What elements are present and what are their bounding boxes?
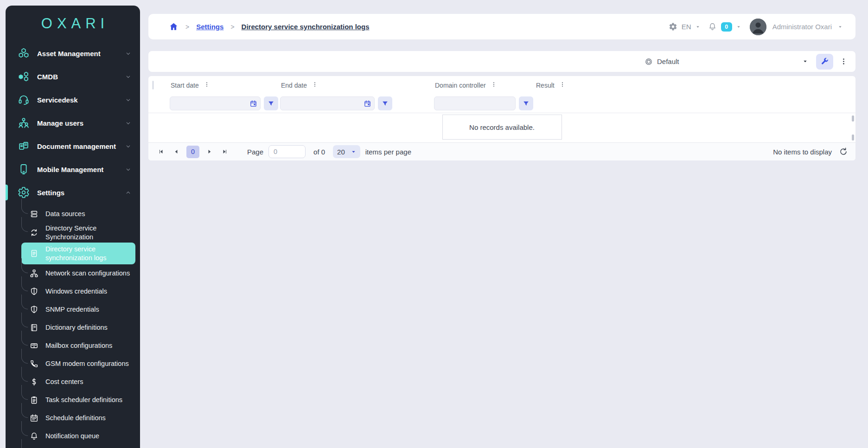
sidebar-item-asset-management[interactable]: Asset Management xyxy=(6,42,140,65)
sidebar-item-mailbox-configurations[interactable]: Mailbox configurations xyxy=(21,337,135,355)
previous-page-button[interactable] xyxy=(171,147,181,157)
filter-input-start-date[interactable] xyxy=(170,96,261,110)
first-page-button[interactable] xyxy=(156,147,166,157)
notification-count-badge[interactable]: 0 xyxy=(721,22,732,32)
sidebar-item-label: Settings xyxy=(37,189,126,197)
sidebar-item-snmp-credentials[interactable]: SNMP credentials xyxy=(21,301,135,319)
breadcrumb-separator: > xyxy=(230,23,234,31)
users-icon xyxy=(18,117,30,129)
filter-input-end-date[interactable] xyxy=(280,96,375,110)
sidebar-item-schedule-definitions[interactable]: Schedule definitions xyxy=(21,409,135,427)
chevron-down-icon[interactable] xyxy=(736,25,741,29)
sidebar-item-label: GSM modem configurations xyxy=(45,359,129,368)
scrollbar-thumb[interactable] xyxy=(852,115,854,122)
chevron-down-icon[interactable] xyxy=(838,25,842,29)
column-header-start-date: Start date xyxy=(168,82,278,89)
last-page-button[interactable] xyxy=(220,147,230,157)
chevron-down-icon xyxy=(126,74,131,79)
sidebar-item-label: Servicedesk xyxy=(37,96,126,104)
header-actions: EN 0 Administrator Oxari xyxy=(669,19,842,35)
grid-header-row: Start dateEnd dateDomain controllerResul… xyxy=(148,76,855,94)
dollar-icon xyxy=(30,378,38,386)
filter-cell-domain-controller xyxy=(432,96,533,110)
language-selector[interactable]: EN xyxy=(682,23,691,31)
data-grid: Start dateEnd dateDomain controllerResul… xyxy=(148,76,855,160)
date-picker-button[interactable] xyxy=(246,97,260,110)
wrench-icon xyxy=(820,57,829,66)
gear-icon xyxy=(18,186,30,198)
sidebar-item-document-management[interactable]: Document management xyxy=(6,134,140,158)
page-size-select[interactable]: 20 xyxy=(333,145,360,158)
sidebar-item-label: Data sources xyxy=(45,210,85,218)
chevron-down-icon xyxy=(803,59,808,64)
breadcrumb-link-settings[interactable]: Settings xyxy=(196,23,223,31)
column-header-label: Result xyxy=(536,82,555,89)
chevron-down-icon xyxy=(126,144,131,149)
user-name[interactable]: Administrator Oxari xyxy=(772,23,832,31)
filter-button-domain-controller[interactable] xyxy=(519,96,533,110)
sidebar-item-windows-credentials[interactable]: Windows credentials xyxy=(21,282,135,301)
sidebar-item-task-scheduler-definitions[interactable]: Task scheduler definitions xyxy=(21,391,135,409)
sidebar-item-directory-service-synchronization-logs[interactable]: Directory service synchronization logs xyxy=(21,243,135,265)
calendar-icon xyxy=(364,100,371,108)
breadcrumb-bar: >Settings>Directory service synchronizat… xyxy=(148,14,855,39)
sidebar-item-dictionary-definitions[interactable]: Dictionary definitions xyxy=(21,319,135,337)
book-icon xyxy=(30,323,38,332)
column-menu-icon[interactable] xyxy=(204,82,210,89)
shield-icon xyxy=(30,287,38,296)
bell-icon[interactable] xyxy=(708,22,717,31)
kebab-menu-icon[interactable] xyxy=(838,55,849,69)
column-menu-icon[interactable] xyxy=(312,82,318,89)
grid-settings-button[interactable] xyxy=(816,54,833,70)
sidebar-item-servicedesk[interactable]: Servicedesk xyxy=(6,88,140,111)
view-selector[interactable]: Default xyxy=(641,54,811,70)
settings-gear-icon[interactable] xyxy=(669,22,677,31)
sidebar-item-mobile-management[interactable]: Mobile Management xyxy=(6,158,140,181)
chevron-down-icon xyxy=(351,149,356,154)
avatar[interactable] xyxy=(750,19,766,35)
headset-icon xyxy=(18,94,30,106)
documents-icon xyxy=(18,140,30,152)
sidebar-item-cost-centers[interactable]: Cost centers xyxy=(21,373,135,391)
filter-input-domain-controller[interactable] xyxy=(434,96,516,110)
sidebar-item-directory-service-synchronization[interactable]: Directory Service Synchronization xyxy=(21,223,135,243)
sidebar-item-data-sources[interactable]: Data sources xyxy=(21,205,135,223)
sidebar-item-label: Task scheduler definitions xyxy=(45,396,122,404)
column-menu-icon[interactable] xyxy=(491,82,497,89)
column-header-label: Start date xyxy=(171,82,199,89)
sidebar-submenu-settings: Data sourcesDirectory Service Synchroniz… xyxy=(6,204,140,448)
page-size-value: 20 xyxy=(337,148,345,156)
view-selector-value: Default xyxy=(657,58,679,65)
scrollbar-thumb[interactable] xyxy=(852,134,854,141)
sidebar-item-label: SNMP credentials xyxy=(45,305,99,314)
sidebar-item-cmdb[interactable]: CMDB xyxy=(6,65,140,88)
sidebar-item-gsm-modem-configurations[interactable]: GSM modem configurations xyxy=(21,355,135,373)
column-menu-icon[interactable] xyxy=(560,82,565,89)
home-icon[interactable] xyxy=(169,22,179,32)
sidebar-item-label: Mailbox configurations xyxy=(45,341,112,350)
select-all-checkbox[interactable] xyxy=(153,81,153,90)
clipboard-icon xyxy=(30,396,38,404)
funnel-icon xyxy=(523,100,530,107)
filter-cell-start-date xyxy=(168,96,278,110)
refresh-icon[interactable] xyxy=(839,147,848,156)
sidebar-item-label: Schedule definitions xyxy=(45,414,106,422)
current-page-button[interactable]: 0 xyxy=(186,146,199,158)
sidebar-item-manage-users[interactable]: Manage users xyxy=(6,111,140,134)
bell-icon xyxy=(30,432,38,441)
chevron-down-icon xyxy=(126,121,131,126)
breadcrumb-link-directory-service-synchronization-logs[interactable]: Directory service synchronization logs xyxy=(242,23,370,31)
filter-button-start-date[interactable] xyxy=(264,96,278,110)
filter-button-end-date[interactable] xyxy=(378,96,392,110)
sync-icon xyxy=(30,228,38,237)
page-number-input[interactable]: 0 xyxy=(268,145,306,158)
column-header-domain-controller: Domain controller xyxy=(432,82,533,89)
sidebar-item-notification-queue[interactable]: Notification queue xyxy=(21,427,135,445)
sidebar-item-label: CMDB xyxy=(37,73,126,81)
sidebar-item-settings[interactable]: Settings xyxy=(6,181,140,204)
chevron-down-icon[interactable] xyxy=(696,25,700,29)
sidebar-item-network-scan-configurations[interactable]: Network scan configurations xyxy=(21,264,135,282)
sidebar-item-widget-definitions[interactable]: Widget definitions xyxy=(21,445,135,448)
date-picker-button[interactable] xyxy=(360,97,374,110)
next-page-button[interactable] xyxy=(204,147,215,157)
